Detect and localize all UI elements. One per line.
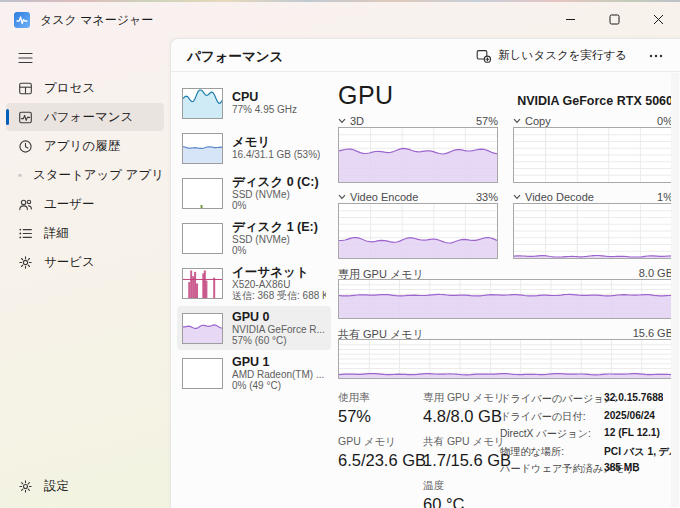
engine-header-video-decode[interactable]: Video Decode 1%: [513, 191, 673, 203]
disk1-mini-chart: [182, 223, 223, 254]
sidebar-item-services[interactable]: サービス: [6, 248, 164, 276]
sidebar-item-label: アプリの履歴: [44, 138, 120, 155]
stat-gpu-memory: GPU メモリ 6.5/23.6 GB: [338, 435, 423, 470]
perf-item-disk1[interactable]: ディスク 1 (E:) SSD (NVMe) 0%: [177, 216, 331, 260]
chevron-down-icon: [513, 194, 521, 200]
sidebar-item-details[interactable]: 詳細: [6, 219, 164, 247]
engine-chart-3d: [338, 127, 498, 183]
shared-memory-chart: [338, 339, 673, 379]
sidebar-item-label: 詳細: [44, 225, 69, 242]
perf-item-memory[interactable]: メモリ 16.4/31.1 GB (53%): [177, 126, 331, 170]
gpu-stats: 使用率 57% GPU メモリ 6.5/23.6 GB 専用 GPU メモリ 4…: [338, 391, 673, 508]
sidebar-item-settings[interactable]: 設定: [6, 472, 164, 500]
engine-percent: 57%: [476, 115, 498, 127]
chevron-down-icon: [338, 194, 346, 200]
gpu-detail-panel: GPU NVIDIA GeForce RTX 5060 3D 57% Copy …: [338, 79, 673, 503]
history-icon: [18, 139, 33, 154]
settings-label: 設定: [44, 478, 69, 495]
stat-dedicated-memory: 専用 GPU メモリ 4.8/8.0 GB: [423, 391, 500, 426]
engine-header-copy[interactable]: Copy 0%: [513, 115, 673, 127]
stat-utilization: 使用率 57%: [338, 391, 423, 426]
sidebar-item-label: プロセス: [44, 80, 95, 97]
engine-percent: 33%: [476, 191, 498, 203]
performance-icon: [18, 110, 33, 125]
perf-item-ethernet[interactable]: イーサネット X520-AX86U 送信: 368 受信: 688 Kbp: [177, 261, 331, 305]
engine-chart-copy: [513, 127, 673, 183]
stat-temperature: 温度 60 °C: [423, 479, 500, 508]
new-task-icon: [476, 48, 491, 63]
more-options-button[interactable]: [642, 43, 670, 68]
details-icon: [18, 226, 33, 241]
sidebar-item-processes[interactable]: プロセス: [6, 74, 164, 102]
sidebar: プロセス パフォーマンス アプリの履歴 スタートアップ アプリ ユーザー 詳細 …: [6, 74, 164, 277]
cpu-mini-chart: [182, 88, 223, 119]
engine-header-3d[interactable]: 3D 57%: [338, 115, 498, 127]
navigation-menu-button[interactable]: [8, 44, 42, 72]
sidebar-item-users[interactable]: ユーザー: [6, 190, 164, 218]
processes-icon: [18, 81, 33, 96]
chevron-down-icon: [338, 118, 346, 124]
hamburger-icon: [18, 52, 33, 64]
sidebar-item-performance[interactable]: パフォーマンス: [6, 103, 164, 131]
main-panel: パフォーマンス 新しいタスクを実行する CPU 77% 4.95 GHz メモリ…: [170, 38, 680, 508]
startup-icon: [18, 168, 22, 183]
detail-row: ハードウェア予約済みメモリ: 385 MB: [500, 462, 673, 476]
users-icon: [18, 197, 33, 212]
detail-row: ドライバーの日付: 2025/06/24: [500, 410, 673, 424]
detail-row: DirectX バージョン: 12 (FL 12.1): [500, 427, 673, 441]
detail-row: ドライバーのバージョン: 32.0.15.7688: [500, 392, 673, 406]
run-new-task-button[interactable]: 新しいタスクを実行する: [467, 43, 636, 68]
page-title: パフォーマンス: [187, 48, 283, 66]
vertical-scrollbar[interactable]: [671, 73, 679, 507]
ellipsis-icon: [649, 54, 663, 58]
minimize-button[interactable]: [548, 2, 592, 36]
sidebar-item-label: スタートアップ アプリ: [33, 167, 164, 184]
gear-icon: [18, 479, 33, 494]
task-manager-app-icon: [14, 12, 30, 28]
perf-item-gpu0[interactable]: GPU 0 NVIDIA GeForce R... 57% (60 °C): [177, 306, 331, 350]
chevron-down-icon: [513, 118, 521, 124]
sidebar-item-label: サービス: [44, 254, 95, 271]
engine-chart-video-encode: [338, 203, 498, 259]
perf-item-cpu[interactable]: CPU 77% 4.95 GHz: [177, 81, 331, 125]
perf-item-gpu1[interactable]: GPU 1 AMD Radeon(TM) ... 0% (49 °C): [177, 351, 331, 395]
performance-list: CPU 77% 4.95 GHz メモリ 16.4/31.1 GB (53%) …: [177, 81, 331, 396]
engine-header-video-encode[interactable]: Video Encode 33%: [338, 191, 498, 203]
stat-shared-memory: 共有 GPU メモリ 1.7/15.6 GB: [423, 435, 500, 470]
sidebar-item-app-history[interactable]: アプリの履歴: [6, 132, 164, 160]
perf-item-disk0[interactable]: ディスク 0 (C:) SSD (NVMe) 0%: [177, 171, 331, 215]
engine-chart-video-decode: [513, 203, 673, 259]
gpu1-mini-chart: [182, 358, 223, 389]
gpu-device-name: NVIDIA GeForce RTX 5060: [517, 94, 673, 108]
header-divider: [171, 71, 680, 72]
sidebar-item-label: パフォーマンス: [44, 109, 133, 126]
close-button[interactable]: [636, 2, 680, 36]
sidebar-item-label: ユーザー: [44, 196, 95, 213]
gpu-title: GPU: [338, 81, 394, 110]
detail-row: 物理的な場所: PCI バス 1, デバ...: [500, 445, 673, 459]
disk0-mini-chart: [182, 178, 223, 209]
maximize-button[interactable]: [592, 2, 636, 36]
memory-mini-chart: [182, 133, 223, 164]
gpu-driver-details: ドライバーのバージョン: 32.0.15.7688 ドライバーの日付: 2025…: [500, 391, 673, 508]
services-icon: [18, 255, 33, 270]
gpu0-mini-chart: [182, 313, 223, 344]
ethernet-mini-chart: [182, 268, 223, 299]
dedicated-memory-chart: [338, 279, 673, 319]
sidebar-item-startup-apps[interactable]: スタートアップ アプリ: [6, 161, 164, 189]
run-new-task-label: 新しいタスクを実行する: [498, 48, 627, 63]
window-title: タスク マネージャー: [40, 12, 153, 29]
titlebar: タスク マネージャー: [0, 2, 680, 38]
